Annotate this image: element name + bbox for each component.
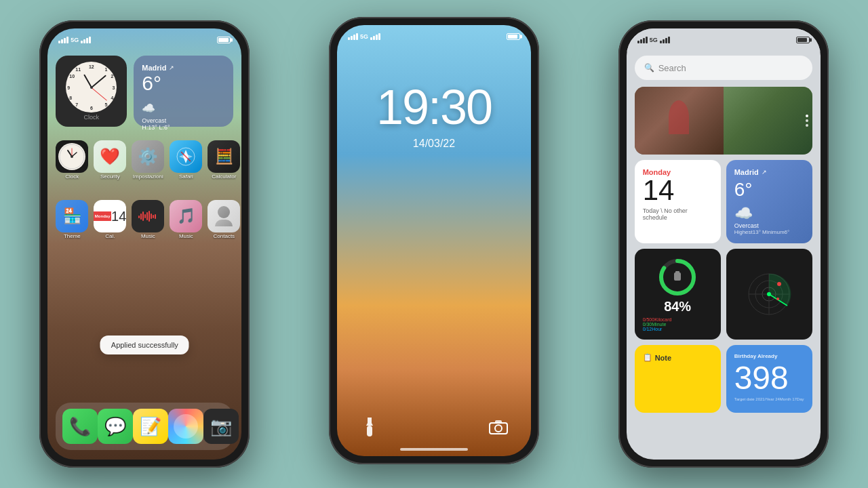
- signal-4: [370, 33, 380, 40]
- widget-row-1: 12 3 6 9 1 11 2 4 5 7 8 10: [56, 56, 233, 127]
- dock-camera[interactable]: 📷: [203, 409, 239, 444]
- svg-point-20: [495, 425, 502, 432]
- weather-widget-1[interactable]: Madrid ↗ 6° ☁️ Overcast H:13° L:6°: [134, 56, 233, 127]
- weather-arrow-sm: ↗: [762, 169, 767, 176]
- app-contacts[interactable]: Contacts: [208, 200, 240, 240]
- theme-icon-app[interactable]: 🏪: [56, 200, 88, 232]
- note-label: 📋 Note: [643, 353, 713, 362]
- app-clock[interactable]: Clock: [56, 140, 88, 180]
- music-icon-app[interactable]: 🎵: [170, 200, 202, 232]
- clock-center: [90, 86, 93, 89]
- toast-text: Applied successfully: [111, 341, 178, 349]
- status-right-2: [507, 33, 520, 40]
- radar-widget[interactable]: [726, 249, 812, 340]
- lock-time: 19:30: [376, 79, 492, 135]
- photo-widget[interactable]: [635, 87, 812, 155]
- svg-rect-9: [138, 216, 140, 218]
- svg-point-32: [767, 292, 771, 296]
- messages-icon-dock[interactable]: 💬: [98, 409, 133, 444]
- app-security[interactable]: ❤️ Security: [94, 140, 126, 180]
- birthday-widget[interactable]: Birthday Already 398 Target date 2021/Ye…: [726, 345, 812, 413]
- activity-stats: 0/500Kilocard 0/30Minute 0/12Hour: [643, 317, 713, 331]
- dock-photos[interactable]: [168, 409, 203, 444]
- clock-app-label: Clock: [65, 174, 79, 180]
- svg-rect-17: [155, 214, 156, 219]
- app-voice[interactable]: Music: [132, 200, 164, 240]
- status-bar-1: 5G: [47, 28, 241, 52]
- weather-widget-small[interactable]: Madrid ↗ 6° ☁️ Overcast Highest13° Minim…: [726, 160, 812, 243]
- voice-app-label: Music: [141, 234, 155, 240]
- app-row-2: 🏪 Theme Monday 14 Cal.: [56, 200, 233, 240]
- clock-widget[interactable]: 12 3 6 9 1 11 2 4 5 7 8 10: [56, 56, 127, 127]
- flashlight-button[interactable]: [357, 415, 382, 439]
- phone-3-screen: 5G 🔍 Search: [627, 28, 821, 460]
- svg-rect-21: [495, 420, 502, 424]
- cal-day-name-icon: Monday: [95, 214, 111, 218]
- weather-city-1: Madrid: [142, 64, 166, 72]
- widget-screen: 5G 🔍 Search: [627, 28, 821, 460]
- status-bar-2: 5G: [337, 25, 531, 48]
- app-music[interactable]: 🎵 Music: [170, 200, 202, 240]
- theme-app-label: Theme: [64, 234, 81, 240]
- kilocalories: 0/500Kilocard: [643, 317, 713, 322]
- safari-icon-app[interactable]: [170, 140, 202, 173]
- cal-day-icon: 14: [111, 209, 126, 224]
- app-theme[interactable]: 🏪 Theme: [56, 200, 88, 240]
- lock-bottom-bar: [337, 415, 531, 439]
- phone-1: 5G 12 3 6: [39, 20, 250, 468]
- notes-icon-dock[interactable]: 📝: [133, 409, 168, 444]
- app-row-1: Clock ❤️ Security ⚙️ Impostazioni: [56, 140, 233, 180]
- note-widget[interactable]: 📋 Note: [635, 345, 721, 413]
- weather-city-sm: Madrid: [734, 168, 759, 176]
- dock-messages[interactable]: 💬: [98, 409, 133, 444]
- app-calculator[interactable]: 🧮 Calculator: [208, 140, 240, 180]
- contacts-icon-app[interactable]: [208, 200, 240, 232]
- security-icon-app[interactable]: ❤️: [94, 140, 126, 173]
- note-icon: 📋: [643, 353, 652, 362]
- status-right-3: [796, 37, 810, 43]
- search-bar[interactable]: 🔍 Search: [635, 56, 812, 80]
- camera-lock-button[interactable]: [486, 415, 511, 439]
- photos-icon-dock[interactable]: [168, 409, 203, 444]
- photo-dots: [806, 115, 808, 127]
- birthday-number: 398: [734, 362, 804, 394]
- carrier-1: 5G: [71, 37, 79, 43]
- app-settings[interactable]: ⚙️ Impostazioni: [132, 140, 164, 180]
- status-left-3: 5G: [637, 37, 670, 43]
- clock-icon-app[interactable]: [56, 140, 88, 173]
- dock-phone[interactable]: 📞: [62, 409, 98, 444]
- calculator-icon-app[interactable]: 🧮: [208, 140, 240, 173]
- signal-5: [637, 37, 648, 43]
- widgets-grid: Monday 14 Today \ No other schedule Madr…: [635, 160, 812, 413]
- home-screen: 5G 12 3 6: [47, 28, 241, 460]
- calendar-icon-app[interactable]: Monday 14: [94, 200, 126, 232]
- clock-face: 12 3 6 9 1 11 2 4 5 7 8 10: [66, 62, 117, 113]
- battery-2: [507, 33, 520, 40]
- camera-icon-dock[interactable]: 📷: [203, 409, 239, 444]
- svg-rect-11: [142, 211, 144, 221]
- settings-icon-app[interactable]: ⚙️: [132, 140, 164, 173]
- weather-range-sm: Highest13° Minimum6°: [734, 229, 804, 235]
- phone-1-screen: 5G 12 3 6: [47, 28, 241, 460]
- calendar-widget[interactable]: Monday 14 Today \ No other schedule: [635, 160, 721, 243]
- hour-hand: [83, 74, 92, 87]
- dock-notes[interactable]: 📝: [133, 409, 168, 444]
- calculator-app-label: Calculator: [212, 174, 236, 180]
- weather-temp-sm: 6°: [734, 179, 804, 201]
- search-icon: 🔍: [644, 63, 654, 73]
- safari-app-label: Safari: [179, 174, 193, 180]
- weather-temp-1: 6°: [142, 72, 225, 95]
- activity-widget[interactable]: 84% 0/500Kilocard 0/30Minute 0/12Hour: [635, 249, 721, 340]
- search-placeholder: Search: [658, 63, 686, 73]
- dot-2: [806, 119, 808, 122]
- battery-3: [796, 37, 810, 43]
- second-hand: [92, 87, 108, 100]
- voice-icon-app[interactable]: [132, 200, 164, 232]
- app-safari[interactable]: Safari: [170, 140, 202, 180]
- svg-point-33: [777, 282, 781, 286]
- phone-icon-dock[interactable]: 📞: [62, 409, 98, 444]
- app-calendar[interactable]: Monday 14 Cal.: [94, 200, 126, 240]
- battery-1: [217, 37, 231, 43]
- clock-face-mini: [58, 143, 85, 170]
- home-indicator-2: [400, 448, 468, 451]
